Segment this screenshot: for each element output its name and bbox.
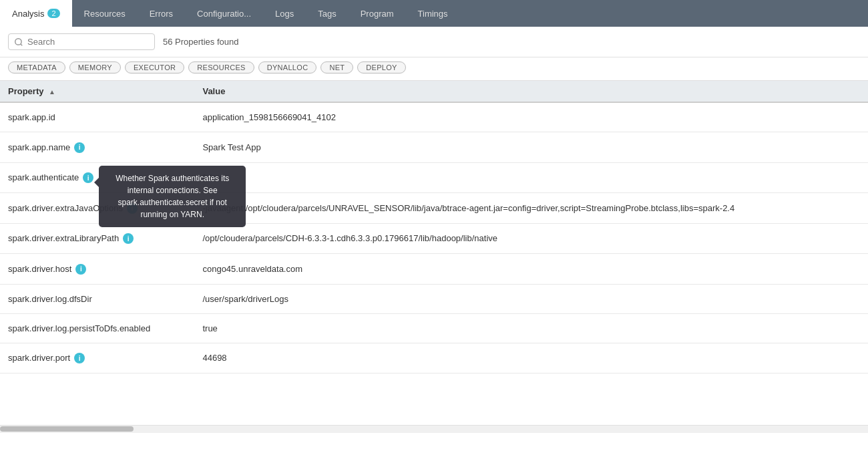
value-cell: /user/spark/driverLogs <box>194 284 868 313</box>
properties-found: 56 Properties found <box>163 37 238 47</box>
value-cell: congo45.unraveldata.com <box>194 254 868 285</box>
tabs-bar: Analysis2ResourcesErrorsConfiguratio...L… <box>0 0 868 27</box>
property-cell: spark.driver.hosti <box>0 254 194 285</box>
filter-chips: METADATAMEMORYEXECUTORRESOURCESDYNALLOCN… <box>0 57 868 81</box>
scrollbar-thumb[interactable] <box>0 426 134 432</box>
property-name: spark.driver.extraJavaOptions <box>8 203 123 213</box>
search-input-wrap[interactable] <box>8 33 155 50</box>
info-icon-container: i <box>74 353 85 364</box>
property-cell-inner: spark.driver.hosti <box>8 263 74 275</box>
property-cell: spark.driver.extraLibraryPathi <box>0 223 194 254</box>
tab-errors[interactable]: Errors <box>138 0 185 27</box>
property-cell-inner: spark.authenticateiWhether Spark authent… <box>8 172 74 184</box>
tab-tags[interactable]: Tags <box>306 0 348 27</box>
filter-chip-memory[interactable]: MEMORY <box>69 61 121 73</box>
svg-point-0 <box>15 38 21 44</box>
property-cell-inner: spark.driver.extraJavaOptionsi <box>8 202 74 214</box>
search-bar: 56 Properties found <box>0 27 868 57</box>
table-row: spark.driver.extraLibraryPathi/opt/cloud… <box>0 223 868 254</box>
info-icon[interactable]: i <box>75 264 86 275</box>
table-row: spark.driver.log.dfsDir/user/spark/drive… <box>0 284 868 313</box>
sort-arrow-property: ▲ <box>49 88 55 96</box>
property-name: spark.driver.host <box>8 264 71 274</box>
tab-badge-analysis: 2 <box>47 9 59 18</box>
property-cell: spark.driver.log.persistToDfs.enabled <box>0 313 194 343</box>
filter-chip-dynalloc[interactable]: DYNALLOC <box>258 61 317 73</box>
value-cell: application_1598156669041_4102 <box>194 102 868 132</box>
svg-line-1 <box>21 43 23 45</box>
info-icon-container: i <box>127 202 138 214</box>
horizontal-scrollbar[interactable] <box>0 425 868 433</box>
table-row: spark.app.idapplication_1598156669041_41… <box>0 102 868 132</box>
filter-chip-deploy[interactable]: DEPLOY <box>357 61 405 73</box>
info-icon[interactable]: i <box>127 203 138 214</box>
tab-configuration[interactable]: Configuratio... <box>185 0 263 27</box>
info-icon-container: i <box>75 263 86 275</box>
property-cell: spark.authenticateiWhether Spark authent… <box>0 162 194 193</box>
tab-timings[interactable]: Timings <box>406 0 460 27</box>
property-cell: spark.driver.extraJavaOptionsi <box>0 193 194 224</box>
value-cell: /opt/cloudera/parcels/CDH-6.3.3-1.cdh6.3… <box>194 223 868 254</box>
table-row: spark.app.nameiSpark Test App <box>0 132 868 163</box>
property-name: spark.driver.log.persistToDfs.enabled <box>8 323 150 333</box>
property-name: spark.app.id <box>8 112 55 122</box>
header-value: Value <box>194 81 868 102</box>
table-row: spark.authenticateiWhether Spark authent… <box>0 162 868 193</box>
table-row: spark.driver.hosticongo45.unraveldata.co… <box>0 254 868 285</box>
property-name: spark.app.name <box>8 142 70 152</box>
info-icon-container: i <box>74 142 85 153</box>
property-cell-inner: spark.driver.log.persistToDfs.enabled <box>8 323 74 333</box>
info-icon[interactable]: i <box>83 172 93 183</box>
property-name: spark.authenticate <box>8 172 79 182</box>
property-cell: spark.app.id <box>0 102 194 132</box>
property-name: spark.driver.log.dfsDir <box>8 294 92 304</box>
properties-table: Property ▲ Value spark.app.idapplication… <box>0 81 868 373</box>
filter-chip-net[interactable]: NET <box>320 61 353 73</box>
value-cell: true <box>194 313 868 343</box>
search-icon <box>14 37 23 47</box>
info-icon[interactable]: i <box>74 353 85 363</box>
table-row: spark.driver.extraJavaOptionsi-javaagent… <box>0 193 868 224</box>
table-container: Property ▲ Value spark.app.idapplication… <box>0 81 868 425</box>
property-cell: spark.app.namei <box>0 132 194 163</box>
property-name: spark.driver.extraLibraryPath <box>8 233 119 243</box>
info-icon-container: i <box>123 233 134 245</box>
table-header-row: Property ▲ Value <box>0 81 868 102</box>
property-cell: spark.driver.log.dfsDir <box>0 284 194 313</box>
property-cell-inner: spark.driver.log.dfsDir <box>8 294 74 304</box>
property-name: spark.driver.port <box>8 353 70 363</box>
tab-analysis[interactable]: Analysis2 <box>0 0 72 27</box>
tab-program[interactable]: Program <box>349 0 406 27</box>
value-cell: -javaagent:/opt/cloudera/parcels/UNRAVEL… <box>194 193 868 224</box>
filter-chip-metadata[interactable]: METADATA <box>8 61 65 73</box>
info-icon-container: iWhether Spark authenticates its interna… <box>83 172 93 184</box>
info-icon[interactable]: i <box>123 233 134 244</box>
info-icon[interactable]: i <box>74 142 85 153</box>
tab-resources[interactable]: Resources <box>72 0 138 27</box>
filter-chip-resources[interactable]: RESOURCES <box>188 61 254 73</box>
value-cell: Spark Test App <box>194 132 868 163</box>
table-row: spark.driver.porti44698 <box>0 343 868 373</box>
value-cell: 44698 <box>194 343 868 373</box>
table-row: spark.driver.log.persistToDfs.enabledtru… <box>0 313 868 343</box>
value-cell: false <box>194 162 868 193</box>
property-cell-inner: spark.app.namei <box>8 142 74 153</box>
property-cell-inner: spark.driver.porti <box>8 353 74 364</box>
property-cell-inner: spark.driver.extraLibraryPathi <box>8 233 74 245</box>
header-property[interactable]: Property ▲ <box>0 81 194 102</box>
property-cell: spark.driver.porti <box>0 343 194 373</box>
search-input[interactable] <box>27 37 149 47</box>
property-cell-inner: spark.app.id <box>8 112 74 122</box>
filter-chip-executor[interactable]: EXECUTOR <box>125 61 184 73</box>
tab-logs[interactable]: Logs <box>263 0 306 27</box>
